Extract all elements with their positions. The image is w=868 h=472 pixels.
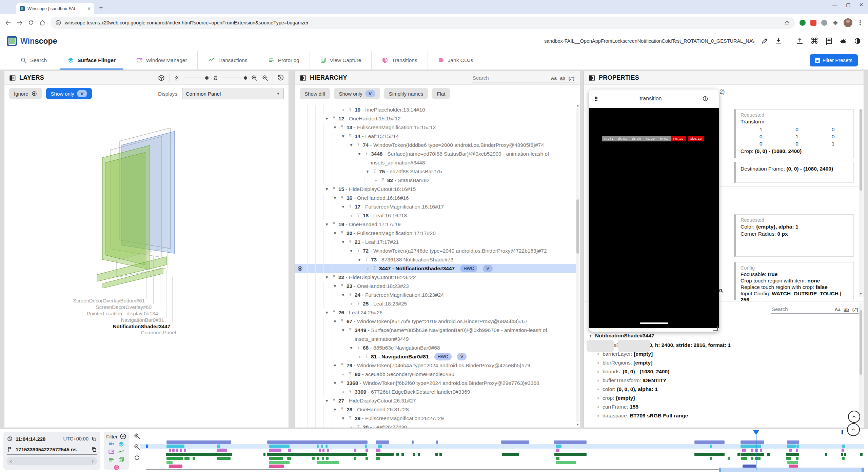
events-green-event[interactable] [710,457,712,460]
surface-flinger-event[interactable] [269,445,289,448]
layer-label[interactable]: NotificationShade#3447 [113,323,170,329]
property-currFrame[interactable]: currFrame: 155 [589,402,857,411]
transitions-event[interactable] [169,465,182,468]
reset-view-icon[interactable] [277,75,284,81]
collapse-node-icon[interactable]: ▼ [332,194,338,202]
tree-node-68[interactable]: ▼68 - 885b63e NavigationBar0#68 [295,343,576,352]
collapse-node-icon[interactable]: ▼ [324,396,330,405]
tree-node-82[interactable]: 82 - StatusBar#82 [295,176,576,185]
pin-node-icon[interactable] [340,319,344,323]
tree-node-13[interactable]: ▼13 - FullscreenMagnification:15:15#13 [295,123,576,132]
3d-view-icon[interactable] [158,74,165,82]
occluded-chip[interactable] [587,340,614,352]
protolog-event[interactable] [396,453,399,456]
filter-viewcapture-icon[interactable] [118,456,124,463]
events-green-event[interactable] [317,457,319,460]
regex-icon[interactable]: (.*) [569,76,574,81]
match-case-icon[interactable]: Aa [835,307,841,312]
browser-tab[interactable]: Winscope | sandbox-FAI ✕ [16,3,94,14]
transactions-event[interactable] [166,440,231,444]
current-timestamp-ns[interactable]: 1715339054227572545 ns [16,447,77,452]
pin-node-icon[interactable] [380,178,385,182]
events-green-event[interactable] [786,457,791,460]
protolog-event[interactable] [418,453,420,456]
pin-node-icon[interactable] [348,204,353,209]
filter-tx-icon[interactable] [118,449,124,455]
transactions-event[interactable] [436,440,438,444]
resize-handle[interactable] [713,326,718,331]
pin-node-icon[interactable] [372,266,377,271]
documentation-icon[interactable] [825,37,833,45]
collapse-panel-icon[interactable] [300,75,307,81]
events-green-event[interactable] [796,457,798,460]
property-dataspace[interactable]: dataspace: BT709 sRGB Full range [589,411,857,420]
tree-node-29[interactable]: ▼29 - FullscreenMagnification:26:27#29 [295,414,576,423]
timeline-reset-zoom-icon[interactable] [134,454,140,461]
window-manager-event[interactable] [796,449,798,452]
events-green-event[interactable] [354,457,356,460]
edit-filename-icon[interactable] [761,38,768,44]
tree-node-25[interactable]: 25 - Leaf:18:23#25 [295,299,576,308]
extension-icon-red[interactable] [810,20,816,26]
simplify-names-button[interactable]: Simplify names [384,88,428,99]
pin-node-icon[interactable] [340,195,344,200]
collapse-node-icon[interactable]: ▼ [365,167,370,176]
transactions-event[interactable] [267,440,368,444]
pin-node-icon[interactable] [340,380,344,385]
layer-label[interactable]: PointerLocation - display 0#134 [87,311,158,316]
events-green-event[interactable] [366,457,368,460]
events-green-event[interactable] [166,457,183,460]
timeline-zoom-out-icon[interactable] [134,444,140,450]
window-manager-event[interactable] [751,449,753,452]
collapse-node-icon[interactable]: ▼ [349,141,354,150]
tree-node-28[interactable]: ▼28 - OneHanded:26:31#28 [295,405,576,414]
displays-select[interactable]: Common Panel ▼ [182,88,284,99]
tree-node-79[interactable]: ▼79 - WindowToken{7046b4a type=2024 andr… [295,361,576,370]
tree-node-3447[interactable]: 3447 - NotificationShade#3447HWCV [295,264,576,273]
pin-node-icon[interactable] [348,292,353,297]
tab-transactions[interactable]: Transactions [197,51,258,70]
tree-node-73[interactable]: ▼73 - 8736138 NotificationShade#73 [295,255,576,264]
show-only-v-button[interactable]: Show only V [334,88,380,99]
collapse-node-icon[interactable]: ▼ [324,185,330,194]
pin-node-icon[interactable] [332,186,336,191]
tree-node-24[interactable]: ▼24 - FullscreenMagnification:18:23#24 [295,291,576,299]
collapse-node-icon[interactable]: ▼ [357,255,362,264]
protolog-event[interactable] [502,453,519,456]
tree-node-3448[interactable]: ▼3448 - Surface(name=ed70f88 StatusBar)/… [295,150,576,167]
protolog-event[interactable] [841,453,843,456]
pin-node-icon[interactable] [340,231,344,235]
protolog-event[interactable] [737,453,739,456]
surface-flinger-event[interactable] [710,445,712,448]
protolog-event[interactable] [554,453,587,456]
transactions-event[interactable] [412,440,414,444]
window-manager-event[interactable] [842,449,844,452]
window-manager-event[interactable] [327,449,329,452]
tree-node-15[interactable]: ▼15 - HideDisplayCutout:16:16#15 [295,185,576,194]
collapse-node-icon[interactable]: ▼ [349,247,354,255]
occluded-chip[interactable] [618,340,650,352]
protolog-event[interactable] [263,453,265,456]
filter-sf-icon[interactable] [118,441,124,447]
surface-flinger-event[interactable] [378,445,382,448]
collapse-node-icon[interactable]: ▼ [324,114,330,123]
scroll-up-icon[interactable]: ▲ [576,104,579,107]
protolog-event[interactable] [267,453,367,456]
window-manager-event[interactable] [176,449,178,452]
info-icon[interactable] [702,96,708,102]
transition-overlay-card[interactable]: transition _ P: 0 / 1dX: 0.0dY: 0.0Xv: 0… [589,90,719,332]
property-crop[interactable]: crop: {empty} [589,394,857,402]
tree-node-23[interactable]: ▼23 - OneHanded:18:23#23 [295,282,576,291]
tree-node-3368[interactable]: ▼3368 - WindowToken{f6b2f60 type=2024 an… [295,379,576,388]
tab-jank-cujs[interactable]: Jank CUJs [428,51,484,70]
tree-node-3369[interactable]: 3369 - 67726bf EdgeBackGestureHandler0#3… [295,388,576,396]
tree-node-17[interactable]: ▼17 - FullscreenMagnification:16:16#17 [295,202,576,211]
copy-ns-icon[interactable] [91,447,97,452]
scroll-down-icon[interactable]: ▼ [859,292,863,295]
pin-node-icon[interactable] [348,134,353,138]
surface-flinger-event[interactable] [741,445,761,448]
events-green-event[interactable] [751,457,753,460]
view-capture-event[interactable] [556,461,576,464]
layer-rect-green[interactable] [105,152,145,265]
properties-root-node[interactable]: ▼ NotificationShade#3447 [589,331,857,341]
